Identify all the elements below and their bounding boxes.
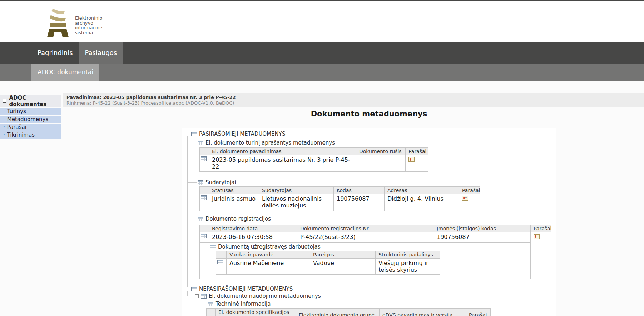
sidebar-item-metaduomenys[interactable]: · Metaduomenys [0, 116, 61, 123]
table-row: 2023-05 papildomas susitarimas Nr. 3 pri… [200, 155, 428, 172]
row-icon-cell [200, 194, 209, 211]
tree-node-nepasirasomieji: NEPASIRAŠOMIEJI METADUOMENYS [185, 286, 293, 292]
tree-node-label: PASIRAŠOMIEJI METADUOMENYS [199, 131, 286, 137]
logo-text-line: archyvo [75, 21, 103, 26]
column-header: El. dokumento pavadinimas [209, 148, 356, 155]
sidebar-item-label: Tikrinimas [7, 132, 35, 138]
column-header: Parašai [406, 148, 428, 155]
document-info-bar: Pavadinimas: 2023-05 papildomas susitari… [63, 93, 644, 107]
cell-kodas: 190756087 [334, 194, 385, 211]
app-logo[interactable]: Elektroninio archyvo informacinė sistema [46, 7, 139, 40]
cell-registracijos-nr: P-45/22(Susit-3/23) [297, 232, 434, 243]
tree-node-naudojimo: El. dokumento naudojimo metaduomenys [195, 293, 321, 299]
tree-line [187, 136, 188, 287]
logo-tower-icon [46, 9, 69, 37]
table-technine-informacija: El. dokumento specifikacijos ID Elektron… [206, 308, 491, 316]
column-header: Registravimo data [209, 225, 297, 232]
cell-padalinys: Viešųjų pirkimų ir teisės skyrius [376, 259, 440, 275]
table-row: Juridinis asmuo Lietuvos nacionalinis da… [200, 194, 480, 211]
metadata-tree-panel: PASIRAŠOMIEJI METADUOMENYS El. dokumento… [182, 128, 556, 316]
header-icon-cell [200, 187, 209, 194]
tree-node-sudarytojai: Sudarytojai [198, 180, 236, 185]
tree-node-label: NEPASIRAŠOMIEJI METADUOMENYS [199, 286, 293, 292]
logo-text-line: informacinė [75, 25, 103, 30]
cell-pavadinimas: 2023-05 papildomas susitarimas Nr. 3 pri… [209, 155, 356, 172]
collapse-toggle-icon[interactable] [185, 287, 189, 291]
table-row: 2023-06-16 07:30:58 P-45/22(Susit-3/23) … [200, 232, 551, 243]
bullet: · [3, 116, 5, 122]
certificate-icon[interactable] [462, 196, 468, 201]
table-sudarytojai: Statusas Sudarytojas Kodas Adresas Paraš… [199, 186, 480, 211]
sub-nav: ADOC dokumentai [0, 64, 644, 81]
document-file-line: Rinkmena: P-45-22 (Susit-3-23) Processof… [66, 100, 640, 106]
column-header: Parašai [459, 187, 480, 194]
row-icon-cell [200, 232, 209, 243]
tree-node-label: Techninė informacija [216, 301, 271, 307]
sidebar-header: ADOC dokumentas [0, 95, 61, 107]
column-header: eDVS pavadinimas ir versija [380, 309, 466, 316]
table-row: Aušrinė Mačėnienė Vadovė Viešųjų pirkimų… [216, 259, 440, 275]
tree-line [204, 243, 204, 247]
tree-line [197, 304, 207, 304]
tree-line [188, 219, 197, 219]
column-header: Pareigos [310, 251, 376, 259]
panel-icon [3, 99, 6, 103]
sidebar-title: ADOC dokumentas [9, 95, 61, 107]
nav-item-paslaugos[interactable]: Paslaugos [79, 42, 123, 64]
table-el-dokumento-pavadinimas: El. dokumento pavadinimas Dokumento rūši… [199, 147, 428, 172]
cell-registravimo-data: 2023-06-16 07:30:58 [209, 232, 297, 243]
column-header: Įmonės (įstaigos) kodas [434, 225, 531, 232]
collapse-toggle-icon[interactable] [195, 294, 199, 298]
subnav-item-adoc-dokumentai[interactable]: ADOC dokumentai [31, 64, 99, 81]
header-icon-cell [200, 148, 209, 155]
row-icon-cell [216, 259, 227, 275]
table-icon [198, 141, 203, 145]
bullet: · [3, 132, 5, 138]
sidebar-item-tikrinimas[interactable]: · Tikrinimas [0, 131, 61, 139]
sidebar-item-parasai[interactable]: · Parašai [0, 124, 61, 131]
column-header: Dokumento rūšis [356, 148, 406, 155]
logo-text-line: sistema [75, 30, 103, 35]
document-title-line: Pavadinimas: 2023-05 papildomas susitari… [66, 94, 640, 100]
tree-node-label: El. dokumento naudojimo metaduomenys [209, 293, 321, 299]
column-header: Kodas [334, 187, 385, 194]
certificate-icon[interactable] [534, 234, 540, 239]
cell-parasai [459, 194, 480, 211]
header-icon-cell [207, 309, 216, 316]
header-icon-cell [200, 225, 209, 232]
tree-line [204, 247, 210, 247]
column-header: Adresas [385, 187, 459, 194]
bullet: · [3, 108, 5, 115]
cell-rusis [356, 155, 406, 172]
tree-node-registracijos: Dokumento registracijos [198, 216, 271, 222]
screen: Elektroninio archyvo informacinė sistema… [0, 0, 644, 316]
tree-line [188, 182, 197, 183]
certificate-icon[interactable] [408, 157, 415, 162]
cell-imones-kodas: 190756087 [434, 232, 531, 243]
column-header: Parašai [531, 225, 551, 232]
logo-text-line: Elektroninio [75, 16, 103, 21]
table-registracijos: Registravimo data Dokumento registracijo… [199, 225, 551, 279]
table-darbuotojas: Vardas ir pavardė Pareigos Struktūrinis … [216, 251, 440, 275]
sidebar-item-label: Turinys [7, 108, 26, 115]
table-icon [198, 180, 203, 185]
main-nav: Pagrindinis Paslaugos [0, 42, 644, 64]
tree-node-label: Dokumentą užregistravęs darbuotojas [218, 244, 321, 250]
column-header: El. dokumento specifikacijos ID [216, 309, 296, 316]
tree-node-label: El. dokumento turinį aprašantys metaduom… [205, 140, 335, 146]
row-icon-cell [200, 155, 209, 172]
nav-item-pagrindinis[interactable]: Pagrindinis [31, 42, 79, 64]
column-header: Parašai [466, 309, 491, 316]
cell-pareigos: Vadovė [310, 259, 376, 275]
cell-parasai [531, 232, 551, 279]
logo-text: Elektroninio archyvo informacinė sistema [75, 16, 103, 35]
tree-line [197, 298, 197, 304]
table-icon [208, 302, 213, 306]
tree-line [188, 296, 195, 296]
sidebar-item-label: Parašai [7, 124, 26, 130]
cell-adresas: Didžioji g. 4, Vilnius [385, 194, 459, 211]
sidebar-item-turinys[interactable]: · Turinys [0, 108, 61, 115]
cell-sudarytojas: Lietuvos nacionalinis dailės muziejus [259, 194, 334, 211]
table-icon [210, 245, 216, 249]
collapse-toggle-icon[interactable] [185, 132, 189, 136]
